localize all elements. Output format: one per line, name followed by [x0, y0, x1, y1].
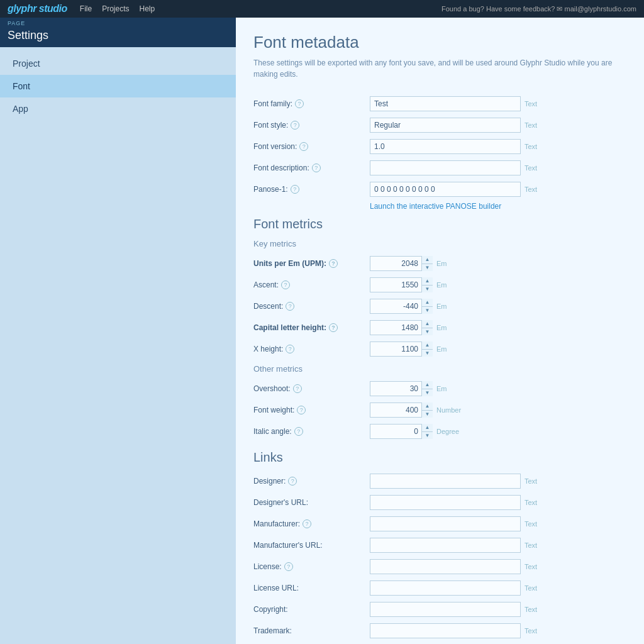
form-row-manufacturer-url: Manufacturer's URL: Text: [253, 536, 626, 554]
nav-file[interactable]: File: [80, 4, 92, 13]
form-row-upm: Units per Em (UPM): ? ▲ ▼ Em: [253, 255, 626, 272]
info-icon-italic-angle[interactable]: ?: [294, 427, 303, 436]
number-wrapper-ascent: ▲ ▼: [370, 277, 433, 292]
spinner-down-upm[interactable]: ▼: [422, 264, 433, 272]
spinner-up-x-height[interactable]: ▲: [422, 341, 433, 350]
spinner-down-cap-height[interactable]: ▼: [422, 328, 433, 336]
info-icon-ascent[interactable]: ?: [281, 280, 290, 289]
nav-help[interactable]: Help: [140, 4, 155, 13]
info-icon-descent[interactable]: ?: [286, 302, 294, 311]
input-font-style[interactable]: [370, 118, 521, 133]
label-font-weight: Font weight: ?: [253, 406, 370, 414]
unit-cap-height: Em: [436, 324, 462, 331]
unit-manufacturer-url: Text: [525, 541, 550, 549]
form-row-copyright: Copyright: Text: [253, 601, 626, 618]
unit-license: Text: [525, 563, 550, 570]
label-license-url: License URL:: [253, 584, 370, 592]
info-icon-font-style[interactable]: ?: [291, 121, 299, 130]
unit-copyright: Text: [525, 606, 550, 613]
number-wrapper-cap-height: ▲ ▼: [370, 320, 433, 335]
sidebar-page-label: PAGE: [0, 18, 236, 28]
info-icon-upm[interactable]: ?: [329, 259, 338, 268]
unit-overshoot: Em: [436, 385, 462, 392]
form-row-font-description: Font description: ? Text: [253, 159, 626, 177]
spinner-up-descent[interactable]: ▲: [422, 299, 433, 307]
page-description: These settings will be exported with any…: [253, 57, 626, 80]
spinner-ascent: ▲ ▼: [421, 277, 433, 292]
input-font-description[interactable]: [370, 160, 521, 175]
unit-designer: Text: [525, 477, 550, 485]
spinner-overshoot: ▲ ▼: [421, 381, 433, 396]
spinner-down-font-weight[interactable]: ▼: [422, 411, 433, 418]
info-icon-panose[interactable]: ?: [291, 185, 299, 194]
info-icon-font-description[interactable]: ?: [312, 164, 321, 172]
label-descent: Descent: ?: [253, 302, 370, 311]
sidebar-item-app[interactable]: App: [0, 97, 236, 120]
info-icon-manufacturer[interactable]: ?: [303, 519, 311, 528]
spinner-down-ascent[interactable]: ▼: [422, 286, 433, 293]
input-license-url[interactable]: [370, 580, 521, 596]
sidebar-item-project[interactable]: Project: [0, 52, 236, 75]
input-manufacturer[interactable]: [370, 516, 521, 531]
panose-builder-link[interactable]: Launch the interactive PANOSE builder: [370, 202, 626, 211]
input-manufacturer-url[interactable]: [370, 538, 521, 553]
label-font-family: Font family: ?: [253, 99, 370, 108]
label-designer-url: Designer's URL:: [253, 498, 370, 507]
label-ascent: Ascent: ?: [253, 280, 370, 289]
spinner-up-italic-angle[interactable]: ▲: [422, 424, 433, 432]
label-panose: Panose-1: ?: [253, 185, 370, 194]
spinner-up-ascent[interactable]: ▲: [422, 277, 433, 286]
spinner-cap-height: ▲ ▼: [421, 320, 433, 335]
form-row-font-version: Font version: ? Text: [253, 138, 626, 155]
topbar: glyphr studio File Projects Help Found a…: [0, 0, 644, 18]
info-icon-overshoot[interactable]: ?: [293, 384, 302, 393]
spinner-x-height: ▲ ▼: [421, 341, 433, 357]
key-metrics-subtitle: Key metrics: [253, 239, 626, 248]
nav-projects[interactable]: Projects: [102, 4, 129, 13]
sidebar-item-font[interactable]: Font: [0, 75, 236, 97]
info-icon-font-version[interactable]: ?: [299, 142, 308, 151]
unit-font-version: Text: [525, 143, 550, 150]
input-font-version[interactable]: [370, 139, 521, 154]
spinner-up-cap-height[interactable]: ▲: [422, 320, 433, 328]
info-icon-font-family[interactable]: ?: [295, 99, 304, 108]
label-trademark: Trademark:: [253, 626, 370, 635]
unit-font-family: Text: [525, 100, 550, 108]
unit-x-height: Em: [436, 345, 462, 353]
spinner-down-italic-angle[interactable]: ▼: [422, 432, 433, 440]
spinner-descent: ▲ ▼: [421, 299, 433, 314]
links-section-title: Links: [253, 450, 626, 465]
input-designer-url[interactable]: [370, 495, 521, 510]
input-designer[interactable]: [370, 474, 521, 489]
topbar-feedback: Found a bug? Have some feedback? ✉ mail@…: [441, 5, 636, 13]
info-icon-designer[interactable]: ?: [288, 477, 297, 486]
info-icon-license[interactable]: ?: [284, 562, 293, 571]
info-icon-x-height[interactable]: ?: [286, 345, 294, 353]
spinner-up-upm[interactable]: ▲: [422, 256, 433, 264]
sidebar: PAGE Settings Project Font App: [0, 18, 236, 644]
input-panose[interactable]: [370, 182, 521, 197]
spinner-down-descent[interactable]: ▼: [422, 307, 433, 314]
label-overshoot: Overshoot: ?: [253, 384, 370, 393]
info-icon-font-weight[interactable]: ?: [297, 406, 306, 414]
input-font-family[interactable]: [370, 96, 521, 111]
info-icon-cap-height[interactable]: ?: [329, 323, 338, 332]
number-wrapper-overshoot: ▲ ▼: [370, 381, 433, 396]
form-row-trademark: Trademark: Text: [253, 622, 626, 640]
input-license[interactable]: [370, 559, 521, 574]
topbar-nav: File Projects Help: [80, 4, 155, 13]
spinner-down-x-height[interactable]: ▼: [422, 350, 433, 357]
label-copyright: Copyright:: [253, 605, 370, 614]
form-row-font-style: Font style: ? Text: [253, 116, 626, 134]
label-font-description: Font description: ?: [253, 164, 370, 172]
spinner-down-overshoot[interactable]: ▼: [422, 389, 433, 397]
sidebar-nav: Project Font App: [0, 47, 236, 125]
input-copyright[interactable]: [370, 602, 521, 617]
spinner-up-overshoot[interactable]: ▲: [422, 381, 433, 389]
spinner-up-font-weight[interactable]: ▲: [422, 402, 433, 411]
form-row-cap-height: Capital letter height: ? ▲ ▼ Em: [253, 319, 626, 336]
number-wrapper-x-height: ▲ ▼: [370, 341, 433, 357]
form-row-manufacturer: Manufacturer: ? Text: [253, 515, 626, 533]
label-manufacturer: Manufacturer: ?: [253, 519, 370, 528]
input-trademark[interactable]: [370, 623, 521, 638]
